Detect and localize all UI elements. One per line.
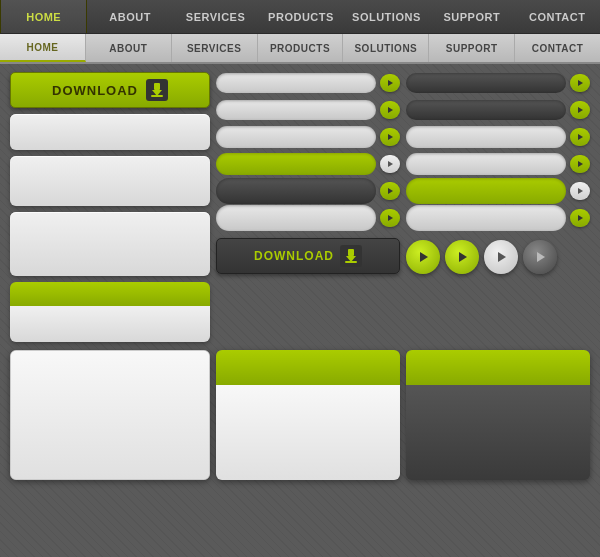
scroll-btn-2[interactable] — [380, 101, 400, 119]
svg-marker-5 — [388, 134, 393, 140]
bottom-row — [0, 350, 600, 488]
play-btn-white-1[interactable] — [484, 240, 518, 274]
scroll-track-green-1 — [216, 153, 376, 175]
scroll-row-1 — [216, 72, 400, 94]
scroll-btn-r6[interactable] — [570, 209, 590, 227]
nav-about[interactable]: ABOUT — [87, 0, 172, 33]
scroll-track-r3 — [406, 126, 566, 148]
scroll-row-r4 — [406, 153, 590, 175]
nav-contact[interactable]: CONTACT — [515, 0, 600, 33]
download-icon-1 — [146, 79, 168, 101]
scroll-btn-r2[interactable] — [570, 101, 590, 119]
download-button-2[interactable]: DOWNLOAD — [216, 238, 400, 274]
download-icon-2 — [340, 245, 362, 267]
bottom-panel-mid-header — [216, 350, 400, 385]
scroll-row-r3 — [406, 126, 590, 148]
svg-marker-15 — [578, 161, 583, 167]
nav2-solutions[interactable]: SOLUTIONS — [343, 34, 429, 62]
bottom-panel-right — [406, 350, 590, 480]
svg-marker-17 — [578, 215, 583, 221]
svg-rect-2 — [151, 95, 163, 97]
bottom-panel-mid-body — [216, 385, 400, 480]
scroll-track-r4 — [406, 153, 566, 175]
scroll-row-2 — [216, 99, 400, 121]
scroll-btn-5[interactable] — [380, 182, 400, 200]
svg-marker-19 — [459, 252, 467, 262]
bottom-panel-mid — [216, 350, 400, 480]
nav-support[interactable]: SUPPORT — [429, 0, 514, 33]
scroll-btn-r4[interactable] — [570, 155, 590, 173]
svg-marker-3 — [388, 80, 393, 86]
scroll-row-5 — [216, 180, 400, 202]
scroll-btn-r5[interactable] — [570, 182, 590, 200]
scroll-track-3 — [216, 126, 376, 148]
nav2-products[interactable]: PRODUCTS — [258, 34, 344, 62]
scroll-btn-r1[interactable] — [570, 74, 590, 92]
nav2-home[interactable]: HOME — [0, 34, 86, 62]
play-buttons-row — [406, 240, 590, 274]
top-navigation: HOME ABOUT SERVICES PRODUCTS SOLUTIONS S… — [0, 0, 600, 34]
svg-marker-12 — [578, 80, 583, 86]
scroll-track-r1 — [406, 73, 566, 93]
scroll-track-dark-1 — [216, 178, 376, 204]
scroll-track-1 — [216, 73, 376, 93]
bottom-panel-right-body — [406, 385, 590, 480]
scroll-row-r2 — [406, 99, 590, 121]
svg-marker-13 — [578, 107, 583, 113]
svg-rect-9 — [348, 249, 354, 256]
play-btn-green-2[interactable] — [445, 240, 479, 274]
scroll-track-4 — [216, 205, 376, 231]
svg-marker-4 — [388, 107, 393, 113]
svg-marker-18 — [420, 252, 428, 262]
svg-marker-8 — [388, 215, 393, 221]
scroll-track-r2 — [406, 100, 566, 120]
svg-rect-0 — [154, 83, 160, 90]
svg-marker-7 — [388, 188, 393, 194]
nav2-about[interactable]: ABOUT — [86, 34, 172, 62]
download-label-2: DOWNLOAD — [254, 249, 334, 263]
scroll-row-4 — [216, 153, 400, 175]
right-column — [406, 72, 590, 342]
mixed-panel-bottom — [10, 306, 210, 342]
nav-services[interactable]: SERVICES — [173, 0, 258, 33]
scroll-row-r1 — [406, 72, 590, 94]
white-panel-1 — [10, 114, 210, 150]
svg-marker-20 — [498, 252, 506, 262]
mixed-panel-1 — [10, 282, 210, 342]
scroll-btn-6[interactable] — [380, 209, 400, 227]
play-btn-green-1[interactable] — [406, 240, 440, 274]
download-button-1[interactable]: DOWNLOAD — [10, 72, 210, 108]
nav2-services[interactable]: SERVICES — [172, 34, 258, 62]
play-btn-dark-1[interactable] — [523, 240, 557, 274]
scroll-row-r5 — [406, 180, 590, 202]
middle-column: DOWNLOAD — [216, 72, 400, 342]
white-panel-3 — [10, 212, 210, 276]
nav-solutions[interactable]: SOLUTIONS — [344, 0, 429, 33]
mixed-panel-top — [10, 282, 210, 306]
svg-marker-6 — [388, 161, 393, 167]
svg-marker-14 — [578, 134, 583, 140]
scroll-row-6 — [216, 207, 400, 229]
scroll-track-r5 — [406, 178, 566, 204]
scroll-btn-r3[interactable] — [570, 128, 590, 146]
bottom-panel-left-body — [11, 351, 209, 479]
scroll-track-2 — [216, 100, 376, 120]
svg-rect-11 — [345, 261, 357, 263]
nav2-contact[interactable]: CONTACT — [515, 34, 600, 62]
nav-products[interactable]: PRODUCTS — [258, 0, 343, 33]
download-label-1: DOWNLOAD — [52, 83, 138, 98]
left-column: DOWNLOAD — [10, 72, 210, 342]
scroll-row-3 — [216, 126, 400, 148]
svg-marker-16 — [578, 188, 583, 194]
scroll-row-r6 — [406, 207, 590, 229]
main-content: DOWNLOAD — [0, 64, 600, 350]
bottom-panel-left — [10, 350, 210, 480]
white-panel-2 — [10, 156, 210, 206]
scroll-btn-1[interactable] — [380, 74, 400, 92]
nav2-support[interactable]: SUPPORT — [429, 34, 515, 62]
scroll-btn-4[interactable] — [380, 155, 400, 173]
svg-marker-21 — [537, 252, 545, 262]
nav-home[interactable]: HOME — [0, 0, 87, 33]
bottom-panel-right-header — [406, 350, 590, 385]
scroll-btn-3[interactable] — [380, 128, 400, 146]
